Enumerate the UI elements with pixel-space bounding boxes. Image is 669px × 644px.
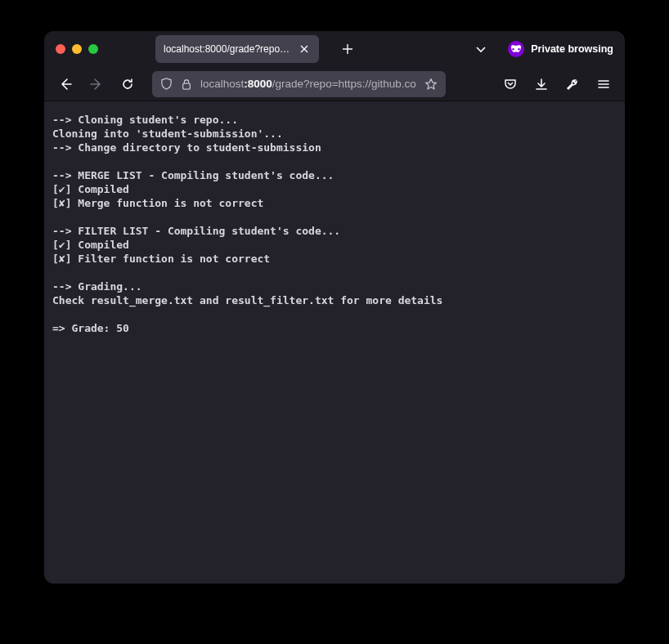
chevron-down-icon: [475, 43, 487, 55]
url-bar[interactable]: localhost:8000/grade?repo=https://github…: [152, 71, 446, 97]
browser-tab[interactable]: localhost:8000/grade?repo=https://g: [155, 35, 319, 63]
arrow-right-icon: [90, 78, 103, 91]
browser-window: localhost:8000/grade?repo=https://g Priv…: [44, 31, 625, 584]
plus-icon: [342, 43, 353, 55]
svg-rect-0: [183, 83, 191, 89]
tab-title: localhost:8000/grade?repo=https://g: [164, 43, 291, 55]
private-browsing-label: Private browsing: [531, 43, 613, 55]
lock-icon: [181, 78, 192, 90]
reload-button[interactable]: [114, 71, 141, 97]
url-port: :8000: [244, 78, 272, 90]
nav-bar: localhost:8000/grade?repo=https://github…: [44, 67, 625, 101]
hamburger-icon: [597, 78, 610, 91]
app-menu-button[interactable]: [590, 71, 617, 97]
shield-icon: [160, 78, 173, 90]
bookmark-star-icon[interactable]: [424, 78, 438, 91]
reload-icon: [121, 78, 134, 91]
url-hostname: localhost: [200, 78, 244, 90]
list-tabs-button[interactable]: [469, 40, 493, 58]
url-path: /grade?repo=https://github.co: [272, 78, 416, 90]
forward-button[interactable]: [83, 71, 110, 97]
private-browsing-badge: Private browsing: [508, 41, 613, 57]
close-tab-button[interactable]: [298, 42, 311, 56]
pocket-icon: [504, 78, 517, 91]
downloads-button[interactable]: [528, 71, 555, 97]
new-tab-button[interactable]: [335, 37, 360, 61]
arrow-left-icon: [59, 78, 72, 91]
close-window-button[interactable]: [56, 44, 65, 54]
download-icon: [535, 78, 548, 91]
url-text: localhost:8000/grade?repo=https://github…: [200, 78, 416, 90]
mask-icon: [508, 41, 524, 57]
close-icon: [299, 44, 309, 54]
page-content: --> Cloning student's repo... Cloning in…: [44, 101, 625, 584]
back-button[interactable]: [52, 71, 79, 97]
devtools-button[interactable]: [559, 71, 586, 97]
tab-bar: localhost:8000/grade?repo=https://g Priv…: [44, 31, 625, 67]
maximize-window-button[interactable]: [88, 44, 98, 54]
terminal-output: --> Cloning student's repo... Cloning in…: [52, 114, 442, 334]
minimize-window-button[interactable]: [72, 44, 82, 54]
pocket-button[interactable]: [497, 71, 523, 97]
wrench-icon: [566, 78, 579, 91]
window-controls: [56, 44, 98, 54]
